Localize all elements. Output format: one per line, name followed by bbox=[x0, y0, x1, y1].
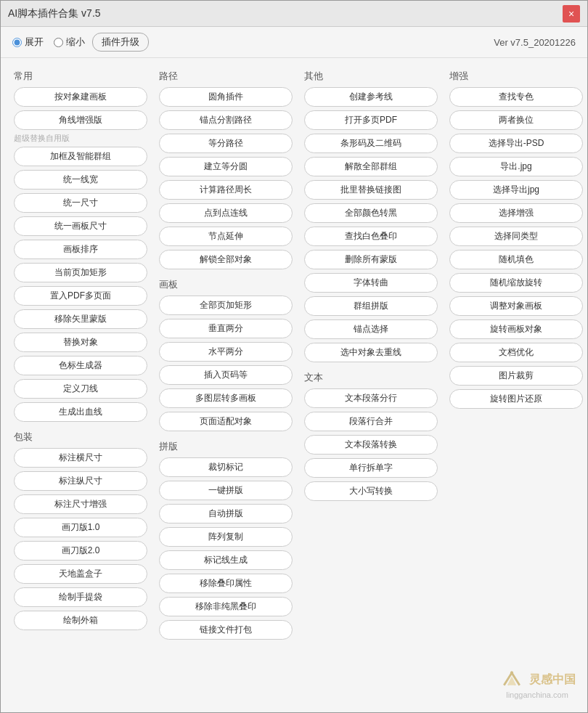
btn-计算路径周长[interactable]: 计算路径周长 bbox=[159, 180, 293, 200]
btn-天地盖盒子[interactable]: 天地盖盒子 bbox=[14, 564, 147, 584]
btn-自动拼版[interactable]: 自动拼版 bbox=[159, 504, 293, 523]
section-huaban-title: 画板 bbox=[159, 278, 293, 291]
btn-解锁全部对象[interactable]: 解锁全部对象 bbox=[159, 250, 293, 269]
btn-单行拆单字[interactable]: 单行拆单字 bbox=[304, 458, 438, 478]
btn-选中对象去重线[interactable]: 选中对象去重线 bbox=[304, 343, 438, 362]
btn-插入页码等[interactable]: 插入页码等 bbox=[159, 365, 293, 385]
btn-字体转曲[interactable]: 字体转曲 bbox=[304, 273, 438, 293]
pinban-btn-list: 裁切标记 一键拼版 自动拼版 阵列复制 标记线生成 移除叠印属性 移除非纯黑叠印… bbox=[159, 457, 293, 640]
column-2: 路径 圆角插件 锚点分割路径 等分路径 建立等分圆 计算路径周长 点到点连线 节… bbox=[153, 65, 298, 644]
section-pinban-title: 拼版 bbox=[159, 440, 293, 453]
btn-画刀版2[interactable]: 画刀版2.0 bbox=[14, 541, 147, 561]
btn-链接文件打包[interactable]: 链接文件打包 bbox=[159, 620, 293, 640]
watermark: 灵感中国 lingganchina.com bbox=[499, 669, 576, 699]
btn-条形码及二维码[interactable]: 条形码及二维码 bbox=[304, 134, 438, 153]
btn-创建参考线[interactable]: 创建参考线 bbox=[304, 87, 438, 107]
btn-统一画板尺寸[interactable]: 统一画板尺寸 bbox=[14, 216, 147, 236]
btn-导出jpg[interactable]: 导出.jpg bbox=[449, 157, 583, 176]
btn-按对象建画板[interactable]: 按对象建画板 bbox=[14, 87, 147, 107]
section-lujing: 路径 圆角插件 锚点分割路径 等分路径 建立等分圆 计算路径周长 点到点连线 节… bbox=[153, 65, 298, 274]
btn-绘制外箱[interactable]: 绘制外箱 bbox=[14, 611, 147, 630]
btn-解散全部群组[interactable]: 解散全部群组 bbox=[304, 157, 438, 176]
btn-锚点分割路径[interactable]: 锚点分割路径 bbox=[159, 110, 293, 130]
watermark-url: lingganchina.com bbox=[506, 690, 568, 699]
column-1: 常用 按对象建画板 角线增强版 超级替换自用版 加框及智能群组 统一线宽 统一尺… bbox=[8, 65, 153, 644]
btn-锚点选择[interactable]: 锚点选择 bbox=[304, 319, 438, 339]
btn-点到点连线[interactable]: 点到点连线 bbox=[159, 203, 293, 223]
btn-标注尺寸增强[interactable]: 标注尺寸增强 bbox=[14, 494, 147, 514]
btn-画刀版1[interactable]: 画刀版1.0 bbox=[14, 518, 147, 537]
lujing-btn-list: 圆角插件 锚点分割路径 等分路径 建立等分圆 计算路径周长 点到点连线 节点延伸… bbox=[159, 87, 293, 269]
section-changyong: 常用 按对象建画板 角线增强版 超级替换自用版 加框及智能群组 统一线宽 统一尺… bbox=[8, 65, 153, 426]
btn-多图层转多画板[interactable]: 多图层转多画板 bbox=[159, 388, 293, 408]
wenben-btn-list: 文本段落分行 段落行合并 文本段落转换 单行拆单字 大小写转换 bbox=[304, 388, 438, 501]
btn-随机缩放旋转[interactable]: 随机缩放旋转 bbox=[449, 273, 583, 293]
btn-查找白色叠印[interactable]: 查找白色叠印 bbox=[304, 227, 438, 246]
collapse-radio-input[interactable] bbox=[54, 38, 63, 47]
expand-label: 展开 bbox=[25, 36, 44, 49]
btn-移除叠印属性[interactable]: 移除叠印属性 bbox=[159, 574, 293, 593]
btn-统一线宽[interactable]: 统一线宽 bbox=[14, 170, 147, 190]
btn-加框及智能群组[interactable]: 加框及智能群组 bbox=[14, 147, 147, 166]
btn-定义刀线[interactable]: 定义刀线 bbox=[14, 379, 147, 399]
btn-建立等分圆[interactable]: 建立等分圆 bbox=[159, 157, 293, 176]
btn-选择导出jpg[interactable]: 选择导出jpg bbox=[449, 180, 583, 200]
btn-统一尺寸[interactable]: 统一尺寸 bbox=[14, 193, 147, 213]
section-changyong-title: 常用 bbox=[14, 70, 147, 83]
btn-大小写转换[interactable]: 大小写转换 bbox=[304, 481, 438, 501]
btn-批里替换链接图[interactable]: 批里替换链接图 bbox=[304, 180, 438, 200]
btn-选择同类型[interactable]: 选择同类型 bbox=[449, 227, 583, 246]
view-mode-radio-group: 展开 缩小 bbox=[12, 36, 85, 49]
expand-radio-input[interactable] bbox=[12, 38, 22, 47]
btn-调整对象画板[interactable]: 调整对象画板 bbox=[449, 296, 583, 316]
window-title: AI脚本插件合集 v7.5 bbox=[8, 7, 101, 20]
btn-等分路径[interactable]: 等分路径 bbox=[159, 134, 293, 153]
btn-选择增强[interactable]: 选择增强 bbox=[449, 203, 583, 223]
btn-裁切标记[interactable]: 裁切标记 bbox=[159, 457, 293, 477]
collapse-radio[interactable]: 缩小 bbox=[54, 36, 85, 49]
btn-标记线生成[interactable]: 标记线生成 bbox=[159, 550, 293, 570]
btn-垂直两分[interactable]: 垂直两分 bbox=[159, 319, 293, 338]
btn-阵列复制[interactable]: 阵列复制 bbox=[159, 527, 293, 547]
btn-圆角插件[interactable]: 圆角插件 bbox=[159, 87, 293, 107]
btn-群组拼版[interactable]: 群组拼版 bbox=[304, 296, 438, 316]
btn-旋转画板对象[interactable]: 旋转画板对象 bbox=[449, 319, 583, 339]
btn-随机填色[interactable]: 随机填色 bbox=[449, 250, 583, 269]
expand-radio[interactable]: 展开 bbox=[12, 36, 44, 49]
section-qita: 其他 创建参考线 打开多页PDF 条形码及二维码 解散全部群组 批里替换链接图 … bbox=[298, 65, 444, 367]
btn-全部页加矩形[interactable]: 全部页加矩形 bbox=[159, 296, 293, 315]
close-button[interactable]: × bbox=[563, 5, 580, 23]
btn-全部颜色转黑[interactable]: 全部颜色转黑 bbox=[304, 203, 438, 223]
btn-标注纵尺寸[interactable]: 标注纵尺寸 bbox=[14, 471, 147, 491]
btn-生成出血线[interactable]: 生成出血线 bbox=[14, 402, 147, 422]
collapse-label: 缩小 bbox=[66, 36, 85, 49]
changyong-btn-list2: 加框及智能群组 统一线宽 统一尺寸 统一画板尺寸 画板排序 当前页加矩形 置入P… bbox=[14, 147, 147, 422]
btn-水平两分[interactable]: 水平两分 bbox=[159, 342, 293, 362]
btn-删除所有蒙版[interactable]: 删除所有蒙版 bbox=[304, 250, 438, 269]
btn-置入PDF多页面[interactable]: 置入PDF多页面 bbox=[14, 286, 147, 306]
btn-文本段落分行[interactable]: 文本段落分行 bbox=[304, 388, 438, 408]
btn-一键拼版[interactable]: 一键拼版 bbox=[159, 481, 293, 500]
btn-段落行合并[interactable]: 段落行合并 bbox=[304, 412, 438, 431]
btn-两者换位[interactable]: 两者换位 bbox=[449, 110, 583, 130]
btn-查找专色[interactable]: 查找专色 bbox=[449, 87, 583, 107]
btn-打开多页PDF[interactable]: 打开多页PDF bbox=[304, 110, 438, 130]
btn-色标生成器[interactable]: 色标生成器 bbox=[14, 356, 147, 375]
btn-文档优化[interactable]: 文档优化 bbox=[449, 343, 583, 362]
column-4: 增强 查找专色 两者换位 选择导出-PSD 导出.jpg 选择导出jpg 选择增… bbox=[444, 65, 588, 644]
btn-标注横尺寸[interactable]: 标注横尺寸 bbox=[14, 448, 147, 468]
btn-绘制手提袋[interactable]: 绘制手提袋 bbox=[14, 587, 147, 607]
upgrade-button[interactable]: 插件升级 bbox=[92, 33, 149, 52]
btn-文本段落转换[interactable]: 文本段落转换 bbox=[304, 435, 438, 455]
btn-移除矢里蒙版[interactable]: 移除矢里蒙版 bbox=[14, 309, 147, 329]
btn-旋转图片还原[interactable]: 旋转图片还原 bbox=[449, 389, 583, 409]
btn-移除非纯黑叠印[interactable]: 移除非纯黑叠印 bbox=[159, 597, 293, 616]
btn-当前页加矩形[interactable]: 当前页加矩形 bbox=[14, 263, 147, 282]
btn-选择导出PSD[interactable]: 选择导出-PSD bbox=[449, 134, 583, 153]
btn-角线增强版[interactable]: 角线增强版 bbox=[14, 110, 147, 130]
btn-节点延伸[interactable]: 节点延伸 bbox=[159, 227, 293, 246]
btn-画板排序[interactable]: 画板排序 bbox=[14, 240, 147, 259]
btn-页面适配对象[interactable]: 页面适配对象 bbox=[159, 412, 293, 431]
btn-替换对象[interactable]: 替换对象 bbox=[14, 333, 147, 352]
btn-图片裁剪[interactable]: 图片裁剪 bbox=[449, 366, 583, 386]
